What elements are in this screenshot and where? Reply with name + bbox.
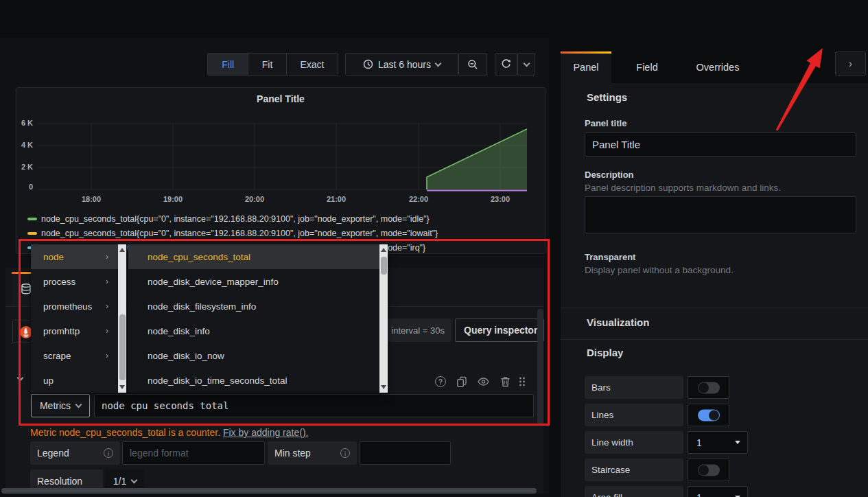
horizontal-scrollbar[interactable] (1, 488, 537, 494)
scroll-up-icon[interactable] (118, 244, 126, 255)
submenu-arrow-icon: › (106, 351, 108, 360)
x-axis-tick: 19:00 (158, 195, 188, 203)
help-icon (435, 376, 446, 387)
line-width-label: Line width (585, 431, 683, 454)
description-textarea[interactable] (585, 196, 856, 233)
panel-preview-title: Panel Title (16, 93, 546, 104)
chevron-right-icon: › (849, 58, 852, 70)
min-step-input[interactable] (360, 441, 451, 465)
bars-label: Bars (585, 376, 683, 399)
submenu-arrow-icon: › (106, 326, 108, 336)
legend-format-label: Legend (30, 441, 120, 465)
copy-icon (456, 376, 467, 387)
info-icon (340, 448, 350, 458)
collapse-pane-button[interactable]: › (835, 51, 866, 76)
duplicate-query-button[interactable] (456, 375, 468, 388)
series-color-swatch (27, 232, 37, 235)
grip-dots-icon (518, 376, 526, 387)
min-step-label: Min step (268, 441, 357, 465)
query-help-button[interactable] (434, 375, 447, 388)
legend-format-input[interactable] (122, 441, 265, 465)
submenu-arrow-icon: › (106, 301, 108, 311)
metric-group-menu: node› process› prometheus› promhttp› scr… (31, 244, 127, 393)
menu-item-metric[interactable]: node_disk_device_mapper_info (128, 269, 379, 294)
chevron-down-icon (435, 60, 442, 67)
group-menu-scrollbar[interactable] (118, 244, 126, 393)
tab-field[interactable]: Field (621, 51, 673, 83)
metric-query-input[interactable] (94, 394, 534, 417)
staircase-toggle[interactable] (688, 459, 729, 481)
menu-item-promhttp[interactable]: promhttp› (31, 319, 118, 343)
x-axis-tick: 23:00 (485, 195, 515, 203)
menu-item-node[interactable]: node› (31, 244, 118, 269)
menu-item-metric[interactable]: node_disk_io_time_seconds_total (128, 368, 379, 393)
fit-mode-button[interactable]: Fit (248, 54, 286, 75)
menu-item-prometheus[interactable]: prometheus› (31, 294, 118, 319)
clipped-content-strip (0, 494, 549, 497)
area-fill-select[interactable]: 1 (688, 486, 748, 497)
clock-icon (363, 59, 373, 69)
time-range-picker[interactable]: Last 6 hours (345, 53, 458, 76)
scroll-up-icon[interactable] (379, 244, 388, 255)
query-inspector-button[interactable]: Query inspector (455, 319, 544, 342)
bars-toggle[interactable] (688, 376, 729, 399)
menu-item-metric[interactable]: node_disk_info (128, 319, 379, 343)
lines-label: Lines (585, 404, 683, 426)
lines-toggle[interactable] (688, 404, 729, 426)
chevron-down-icon (523, 60, 530, 67)
menu-item-process[interactable]: process› (31, 269, 118, 294)
menu-item-metric[interactable]: node_disk_filesystem_info (128, 294, 379, 319)
panel-title-input[interactable] (585, 132, 856, 157)
submenu-arrow-icon: › (106, 277, 108, 286)
tab-panel[interactable]: Panel (561, 51, 611, 83)
top-bar (0, 0, 868, 38)
y-axis-tick: 4 K (8, 141, 33, 149)
zoom-out-button[interactable] (458, 53, 487, 76)
metrics-dropdown-button[interactable]: Metrics (31, 394, 90, 417)
menu-item-scrape[interactable]: scrape› (31, 343, 118, 368)
delete-query-button[interactable] (499, 375, 511, 388)
visualization-heading[interactable]: Visualization (587, 316, 649, 328)
tab-overrides[interactable]: Overrides (683, 51, 752, 83)
area-fill-label: Area fill (585, 486, 683, 497)
menu-item-metric[interactable]: node_cpu_seconds_total (128, 244, 379, 269)
refresh-interval-dropdown[interactable] (517, 53, 535, 76)
menu-item-metric[interactable]: node_disk_io_now (128, 343, 379, 368)
section-divider (561, 339, 868, 340)
fix-by-adding-rate-link[interactable]: Fix by adding rate(). (223, 427, 309, 438)
scroll-down-icon[interactable] (118, 382, 126, 393)
y-axis-tick: 0 (8, 183, 33, 191)
legend-label: node_cpu_seconds_total{cpu="0", instance… (41, 214, 430, 224)
legend-item[interactable]: node_cpu_seconds_total{cpu="0", instance… (27, 228, 542, 239)
drag-query-handle[interactable] (516, 375, 528, 388)
metric-list-menu: node_cpu_seconds_total node_disk_device_… (128, 244, 388, 393)
settings-heading[interactable]: Settings (587, 91, 627, 103)
zoom-out-icon (467, 59, 478, 70)
display-heading[interactable]: Display (587, 347, 623, 358)
scrollbar-thumb[interactable] (381, 257, 387, 275)
transparent-label: Transparent (585, 252, 635, 262)
scroll-down-icon[interactable] (379, 382, 388, 393)
legend-label: node_cpu_seconds_total{cpu="0", instance… (41, 229, 438, 238)
description-label: Description (585, 170, 634, 180)
section-divider (561, 308, 868, 308)
x-axis-tick: 22:00 (403, 195, 434, 203)
line-width-select[interactable]: 1 (688, 431, 748, 454)
query-pane-scrollbar[interactable] (537, 309, 543, 424)
size-mode-segment: Fill Fit Exact (207, 53, 338, 76)
toggle-query-visibility-button[interactable] (477, 375, 489, 388)
caret-down-icon (735, 441, 740, 444)
scrollbar-thumb[interactable] (119, 314, 126, 380)
metric-menu-scrollbar[interactable] (379, 244, 388, 393)
x-axis-tick: 20:00 (239, 195, 270, 203)
refresh-button[interactable] (495, 53, 517, 76)
y-axis-tick: 2 K (8, 163, 33, 171)
exact-mode-button[interactable]: Exact (287, 54, 338, 75)
panel-title-label: Panel title (585, 118, 626, 128)
fill-mode-button[interactable]: Fill (208, 54, 248, 75)
info-icon (104, 448, 113, 458)
menu-item-up[interactable]: up (31, 368, 118, 393)
eye-icon (478, 377, 489, 386)
refresh-icon (501, 59, 511, 69)
legend-item[interactable]: node_cpu_seconds_total{cpu="0", instance… (27, 213, 542, 224)
